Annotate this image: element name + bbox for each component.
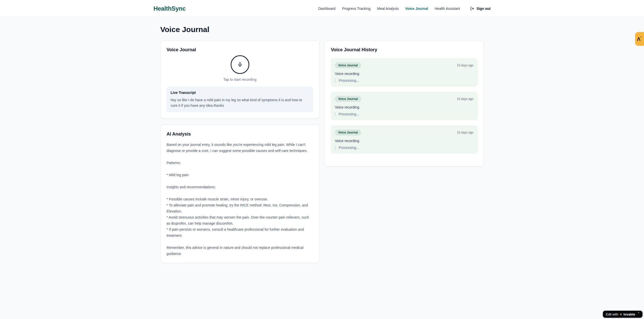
main-content: Voice Journal Voice Journal xyxy=(160,17,484,263)
entry-status: Processing... xyxy=(335,112,473,116)
history-entry[interactable]: Voice Journal 15 days ago Voice recordin… xyxy=(331,125,477,154)
voice-journal-history-card: Voice Journal History Voice Journal 15 d… xyxy=(325,40,484,167)
entry-timestamp: 15 days ago xyxy=(457,97,473,101)
history-entry[interactable]: Voice Journal 15 days ago Voice recordin… xyxy=(331,92,477,120)
app-logo[interactable]: HealthSync xyxy=(153,5,186,12)
entry-status: Processing... xyxy=(335,146,473,150)
nav-item-dashboard[interactable]: Dashboard xyxy=(318,7,336,11)
live-transcript-text: hey so like I do have a mild pain in my … xyxy=(171,97,309,108)
nav-item-meal-analysis[interactable]: Meal Analysis xyxy=(377,7,399,11)
header-container: HealthSync Dashboard Progress Tracking M… xyxy=(153,0,491,17)
history-entry[interactable]: Voice Journal 15 days ago Voice recordin… xyxy=(331,58,477,87)
sign-out-label: Sign out xyxy=(476,7,491,11)
edit-with-lovable-badge[interactable]: Edit with ♥ lovable × xyxy=(603,311,642,318)
entry-title: Voice recording xyxy=(335,139,473,143)
live-transcript-box: Live Transcript hey so like I do have a … xyxy=(167,87,313,112)
voice-journal-card: Voice Journal Tap to start recording xyxy=(160,40,319,119)
entry-timestamp: 15 days ago xyxy=(457,131,473,134)
nav-item-health-assistant[interactable]: Health Assistant xyxy=(435,7,460,11)
entry-title: Voice recording xyxy=(335,72,473,76)
side-widget-button[interactable]: Λ xyxy=(635,32,644,46)
edit-with-label: Edit with xyxy=(606,312,618,316)
entry-header: Voice Journal 15 days ago xyxy=(335,96,473,102)
entry-type-badge: Voice Journal xyxy=(335,62,361,68)
ai-analysis-card-title: AI Analysis xyxy=(167,131,313,137)
left-column: Voice Journal Tap to start recording xyxy=(160,40,319,263)
widget-logo-icon: Λ xyxy=(637,36,640,42)
history-card-title: Voice Journal History xyxy=(331,47,477,53)
content-grid: Voice Journal Tap to start recording xyxy=(160,40,484,263)
right-column: Voice Journal History Voice Journal 15 d… xyxy=(325,40,484,167)
page-title: Voice Journal xyxy=(160,25,484,34)
entry-header: Voice Journal 15 days ago xyxy=(335,129,473,136)
live-transcript-label: Live Transcript xyxy=(171,91,309,95)
entry-title: Voice recording xyxy=(335,105,473,109)
main-nav: Dashboard Progress Tracking Meal Analysi… xyxy=(318,7,491,11)
nav-item-progress-tracking[interactable]: Progress Tracking xyxy=(342,7,370,11)
entry-type-badge: Voice Journal xyxy=(335,96,361,102)
entry-type-badge: Voice Journal xyxy=(335,129,361,136)
log-out-icon xyxy=(470,7,474,11)
sign-out-button[interactable]: Sign out xyxy=(470,7,491,11)
voice-journal-card-title: Voice Journal xyxy=(167,47,313,53)
lovable-label: lovable xyxy=(624,312,635,316)
entry-header: Voice Journal 15 days ago xyxy=(335,62,473,68)
ai-analysis-text: Based on your journal entry, it sounds l… xyxy=(167,142,313,257)
ai-analysis-card: AI Analysis Based on your journal entry,… xyxy=(160,125,319,263)
heart-icon: ♥ xyxy=(620,312,622,316)
app-header: HealthSync Dashboard Progress Tracking M… xyxy=(0,0,644,17)
nav-item-voice-journal[interactable]: Voice Journal xyxy=(405,7,428,11)
record-button[interactable] xyxy=(231,55,249,74)
entry-status: Processing... xyxy=(335,78,473,83)
microphone-icon xyxy=(237,62,243,67)
close-icon[interactable]: × xyxy=(638,311,639,314)
recorder-area: Tap to start recording xyxy=(167,55,313,82)
history-list: Voice Journal 15 days ago Voice recordin… xyxy=(331,58,477,154)
tap-to-record-hint: Tap to start recording xyxy=(223,77,257,82)
entry-timestamp: 15 days ago xyxy=(457,64,473,67)
